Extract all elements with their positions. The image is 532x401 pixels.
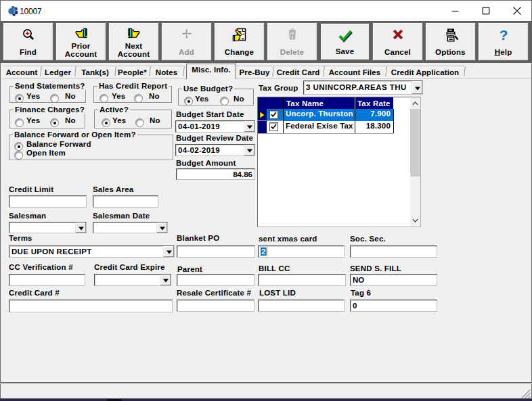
svg-text:?: ? [499,28,508,43]
